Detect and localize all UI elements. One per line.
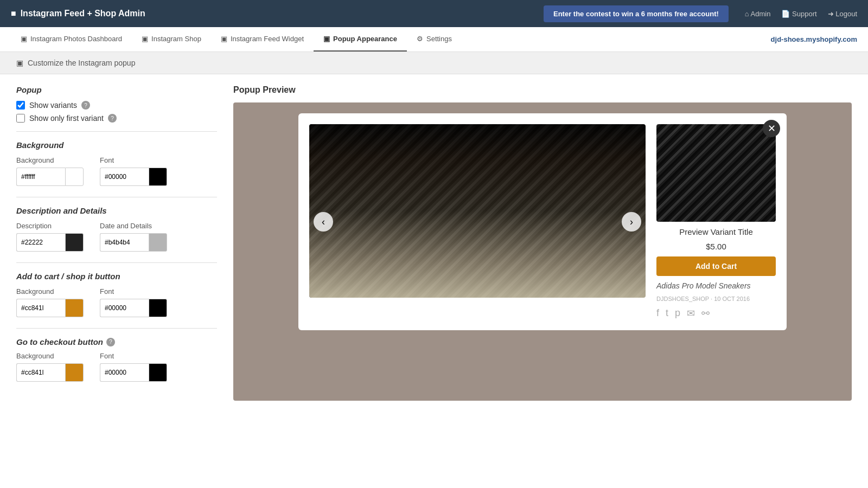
show-only-first-checkbox[interactable] — [16, 114, 25, 123]
bg-font-input-group — [100, 168, 167, 186]
popup-right: Preview Variant Title $5.00 Add to Cart … — [656, 124, 776, 319]
divider-1 — [16, 131, 217, 132]
bg-background-input-group — [16, 168, 84, 186]
desc-swatch[interactable] — [65, 233, 84, 252]
date-swatch[interactable] — [149, 233, 167, 252]
link-icon[interactable]: ⚯ — [701, 307, 710, 319]
tab-popup-appearance[interactable]: ▣ Popup Appearance — [314, 27, 407, 52]
background-color-row: Background Font — [16, 156, 217, 186]
date-input-group — [100, 233, 167, 252]
email-icon[interactable]: ✉ — [687, 307, 695, 319]
bg-background-input[interactable] — [16, 168, 65, 186]
carousel-next-button[interactable]: › — [622, 212, 641, 232]
checkout-help-icon[interactable]: ? — [106, 338, 115, 346]
desc-color-row: Description Date and Details — [16, 222, 217, 252]
show-variants-label: Show variants — [29, 101, 77, 110]
facebook-icon[interactable]: f — [656, 307, 659, 319]
date-field: Date and Details — [100, 222, 167, 252]
checkout-color-section: Go to checkout button ? Background Font — [16, 337, 217, 382]
tab-photos-dashboard[interactable]: ▣ Instagram Photos Dashboard — [11, 27, 132, 52]
store-link-anchor[interactable]: djd-shoes.myshopify.com — [771, 35, 857, 43]
checkout-bg-swatch[interactable] — [65, 363, 84, 382]
cart-font-label: Font — [100, 287, 167, 296]
cart-font-input-group — [100, 299, 167, 317]
divider-3 — [16, 262, 217, 263]
contest-cta-button[interactable]: Enter the contest to win a 6 months free… — [544, 5, 729, 22]
cart-bg-input[interactable] — [16, 299, 65, 317]
background-section-label: Background — [16, 140, 217, 150]
desc-color-section: Description and Details Description Date… — [16, 206, 217, 252]
tab-instagram-shop[interactable]: ▣ Instagram Shop — [132, 27, 211, 52]
page-header: ▣ Customize the Instagram popup — [0, 52, 868, 74]
twitter-icon[interactable]: t — [666, 307, 668, 319]
logout-link[interactable]: ➜ Logout — [828, 10, 857, 18]
date-input[interactable] — [100, 233, 149, 252]
show-variants-checkbox[interactable] — [16, 101, 25, 110]
tab-bar: ▣ Instagram Photos Dashboard ▣ Instagram… — [0, 27, 868, 52]
bg-background-swatch[interactable] — [65, 168, 84, 186]
store-link: djd-shoes.myshopify.com — [771, 27, 857, 52]
bg-font-input[interactable] — [100, 168, 149, 186]
desc-input[interactable] — [16, 233, 65, 252]
page-header-text: Customize the Instagram popup — [28, 59, 135, 67]
divider-4 — [16, 328, 217, 329]
left-panel: Popup Show variants ? Show only first va… — [16, 85, 217, 481]
date-label: Date and Details — [100, 222, 167, 230]
bg-font-field: Font — [100, 156, 167, 186]
checkout-font-input-group — [100, 363, 167, 382]
tab-settings[interactable]: ⚙ Settings — [407, 27, 462, 52]
add-to-cart-button[interactable]: Add to Cart — [656, 256, 776, 276]
monitor-icon-4: ▣ — [323, 35, 330, 43]
checkout-font-swatch[interactable] — [149, 363, 167, 382]
cart-color-row: Background Font — [16, 287, 217, 317]
tab-feed-widget[interactable]: ▣ Instagram Feed Widget — [211, 27, 314, 52]
gear-icon: ⚙ — [417, 35, 423, 43]
cart-bg-swatch[interactable] — [65, 299, 84, 317]
checkout-bg-input-group — [16, 363, 84, 382]
product-meta: DJDSHOES_SHOP · 10 OCT 2016 — [656, 296, 776, 302]
popup-section-title: Popup — [16, 85, 217, 94]
preview-title: Popup Preview — [233, 85, 852, 95]
desc-label: Description — [16, 222, 84, 230]
carousel-prev-button[interactable]: ‹ — [314, 212, 333, 232]
admin-link[interactable]: ⌂ Admin — [745, 10, 771, 18]
cart-font-input[interactable] — [100, 299, 149, 317]
main-image-pattern — [309, 124, 646, 298]
product-title: Adidas Pro Model Sneakers — [656, 281, 776, 290]
bg-background-field: Background — [16, 156, 84, 186]
cart-bg-field: Background — [16, 287, 84, 317]
monitor-icon-1: ▣ — [21, 35, 27, 43]
desc-section-title: Description and Details — [16, 206, 217, 215]
show-only-first-label: Show only first variant — [29, 114, 104, 123]
pinterest-icon[interactable]: p — [675, 307, 680, 319]
show-variants-help-icon[interactable]: ? — [81, 101, 90, 110]
desc-field: Description — [16, 222, 84, 252]
monitor-icon-3: ▣ — [221, 35, 227, 43]
navbar: ■ Instagram Feed + Shop Admin Enter the … — [0, 0, 868, 27]
checkout-font-input[interactable] — [100, 363, 149, 382]
cart-bg-input-group — [16, 299, 84, 317]
checkout-color-row: Background Font — [16, 352, 217, 382]
logout-icon: ➜ — [828, 10, 834, 18]
show-only-first-help-icon[interactable]: ? — [108, 114, 117, 123]
bg-font-swatch[interactable] — [149, 168, 167, 186]
cart-bg-label: Background — [16, 287, 84, 296]
checkout-bg-input[interactable] — [16, 363, 65, 382]
monitor-icon-2: ▣ — [142, 35, 148, 43]
variant-price: $5.00 — [656, 242, 776, 251]
support-link[interactable]: 📄 Support — [781, 10, 816, 18]
cart-section-title: Add to cart / shop it button — [16, 272, 217, 281]
bg-font-label: Font — [100, 156, 167, 164]
checkout-bg-field: Background — [16, 352, 84, 382]
popup-close-button[interactable]: ✕ — [763, 120, 780, 137]
cart-font-field: Font — [100, 287, 167, 317]
navbar-links: ⌂ Admin 📄 Support ➜ Logout — [745, 10, 857, 18]
background-color-section: Background Background Font — [16, 140, 217, 186]
support-icon: 📄 — [781, 10, 790, 18]
checkout-bg-label: Background — [16, 352, 84, 360]
cart-font-swatch[interactable] — [149, 299, 167, 317]
popup-box: ✕ ‹ › Preview Variant Title — [298, 113, 787, 330]
instagram-icon: ■ — [11, 9, 16, 18]
popup-outer: ✕ ‹ › Preview Variant Title — [233, 102, 852, 401]
home-icon: ⌂ — [745, 10, 749, 18]
